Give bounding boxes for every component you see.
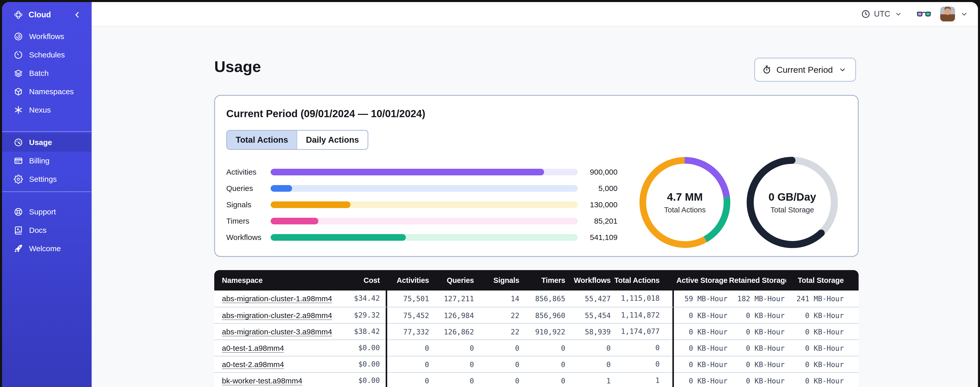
donut-center: 0 GB/Day Total Storage: [746, 157, 838, 248]
column-header: Workflows: [567, 276, 612, 285]
sidebar-item-welcome[interactable]: Welcome: [2, 240, 91, 258]
sidebar-item-batch[interactable]: Batch: [2, 64, 91, 82]
timezone-selector[interactable]: UTC: [861, 9, 904, 19]
table-row: a0-test-2.a98mm4$0.000000000 KB-Hour0 KB…: [214, 356, 859, 372]
table-cell: 1,174,077: [612, 324, 674, 340]
bar-track: [270, 234, 578, 241]
user-menu-chevron-down-icon[interactable]: [959, 9, 969, 19]
table-cell: 182 MB-Hour: [729, 294, 786, 303]
column-header: Cost: [342, 276, 387, 285]
period-selector-label: Current Period: [776, 65, 833, 75]
bar-row-activities: Activities 900,000: [226, 164, 629, 180]
bar-value: 5,000: [578, 184, 617, 193]
table-cell: 1,114,872: [612, 307, 674, 324]
usage-summary-card: Current Period (09/01/2024 — 10/01/2024)…: [214, 95, 859, 257]
column-header: Signals: [476, 276, 521, 285]
bar-value: 130,000: [578, 200, 617, 209]
sidebar-item-label: Support: [29, 208, 56, 216]
support-lifebuoy-icon: [13, 207, 24, 217]
sidebar-item-settings[interactable]: Settings: [2, 170, 91, 189]
sidebar-item-billing[interactable]: Billing: [2, 152, 91, 170]
table-cell: 0 KB-Hour: [786, 344, 859, 353]
table-cell: 0 KB-Hour: [674, 377, 729, 385]
bar-row-queries: Queries 5,000: [226, 180, 629, 197]
sidebar-item-usage[interactable]: Usage: [2, 133, 91, 152]
table-cell: 55,454: [567, 312, 612, 320]
namespace-link[interactable]: abs-migration-cluster-3.a98mm4: [222, 328, 332, 336]
sidebar-item-label: Namespaces: [29, 87, 74, 96]
bar-row-workflows: Workflows 541,109: [226, 229, 629, 246]
table-row: abs-migration-cluster-2.a98mm4$29.3275,4…: [214, 307, 859, 323]
bar-track: [270, 185, 578, 192]
chevron-down-icon: [893, 9, 904, 19]
sidebar-item-nexus[interactable]: Nexus: [2, 101, 91, 119]
table-row: abs-migration-cluster-3.a98mm4$38.4277,3…: [214, 323, 859, 339]
column-header: Namespace: [214, 276, 342, 285]
sidebar-item-support[interactable]: Support: [2, 203, 91, 221]
table-cell: 0 KB-Hour: [729, 344, 786, 353]
sidebar-nav-main: Workflows Schedules Batch: [2, 27, 91, 119]
tab-daily-actions[interactable]: Daily Actions: [297, 131, 368, 149]
table-cell: $0.00: [342, 373, 387, 387]
period-selector-button[interactable]: Current Period: [754, 58, 856, 82]
column-header: Retained Storage: [729, 276, 786, 285]
table-cell: $38.42: [342, 324, 387, 340]
namespace-cell: a0-test-1.a98mm4: [214, 344, 342, 353]
workflows-icon: [13, 31, 24, 42]
namespaces-cube-icon: [13, 86, 24, 97]
sidebar-item-label: Docs: [29, 226, 46, 235]
billing-card-icon: [13, 156, 24, 166]
table-cell: 0: [612, 340, 674, 357]
temporal-orbit-icon: [13, 10, 24, 20]
donut-value: 0 GB/Day: [768, 191, 816, 203]
table-cell: 75,452: [387, 312, 431, 320]
user-avatar[interactable]: [940, 6, 955, 21]
table-cell: 0: [387, 344, 431, 353]
bar-track: [270, 201, 578, 208]
namespace-link[interactable]: bk-worker-test.a98mm4: [222, 377, 302, 385]
sidebar-item-workflows[interactable]: Workflows: [2, 27, 91, 46]
table-cell: 22: [476, 328, 521, 336]
table-cell: 0: [387, 377, 431, 385]
sidebar-item-schedules[interactable]: Schedules: [2, 46, 91, 64]
sidebar-item-label: Settings: [29, 175, 57, 184]
namespace-link[interactable]: a0-test-2.a98mm4: [222, 360, 284, 369]
table-cell: 0: [476, 360, 521, 369]
table-cell: 1,115,018: [612, 291, 674, 307]
tab-total-actions[interactable]: Total Actions: [227, 131, 297, 149]
feedback-glasses-icon[interactable]: [917, 10, 931, 18]
card-title: Current Period (09/01/2024 — 10/01/2024): [226, 108, 425, 120]
namespace-cell: a0-test-2.a98mm4: [214, 360, 342, 369]
table-cell: 0 KB-Hour: [674, 344, 729, 353]
namespace-link[interactable]: a0-test-1.a98mm4: [222, 344, 284, 352]
table-cell: $29.32: [342, 307, 387, 324]
table-row: a0-test-1.a98mm4$0.000000000 KB-Hour0 KB…: [214, 339, 859, 356]
table-cell: 241 MB-Hour: [786, 294, 859, 303]
table-cell: 59 MB-Hour: [674, 294, 729, 303]
table-cell: 22: [476, 312, 521, 320]
sidebar-item-label: Usage: [29, 138, 52, 147]
bar-track: [270, 218, 578, 224]
table-cell: 0: [612, 357, 674, 373]
donut-label: Total Storage: [771, 206, 814, 214]
bar-fill: [270, 201, 350, 208]
sidebar-item-namespaces[interactable]: Namespaces: [2, 82, 91, 101]
sidebar-item-docs[interactable]: Docs: [2, 221, 91, 240]
donut-label: Total Actions: [664, 206, 706, 214]
namespace-link[interactable]: abs-migration-cluster-2.a98mm4: [222, 311, 332, 320]
namespace-link[interactable]: abs-migration-cluster-1.a98mm4: [222, 294, 332, 303]
table-cell: 1: [567, 377, 612, 385]
table-cell: 0: [521, 360, 567, 369]
donut-value: 4.7 MM: [667, 191, 703, 203]
sidebar-item-label: Welcome: [29, 244, 61, 253]
table-cell: 0 KB-Hour: [674, 328, 729, 336]
total-actions-donut: 4.7 MM Total Actions: [639, 157, 731, 248]
bar-fill: [270, 234, 406, 241]
bar-value: 85,201: [578, 217, 617, 225]
sidebar-collapse-button[interactable]: [72, 10, 82, 20]
table-cell: 0 KB-Hour: [729, 377, 786, 385]
bar-row-signals: Signals 130,000: [226, 197, 629, 213]
column-header: Queries: [431, 276, 476, 285]
table-cell: 0: [521, 377, 567, 385]
bar-fill: [270, 169, 544, 175]
